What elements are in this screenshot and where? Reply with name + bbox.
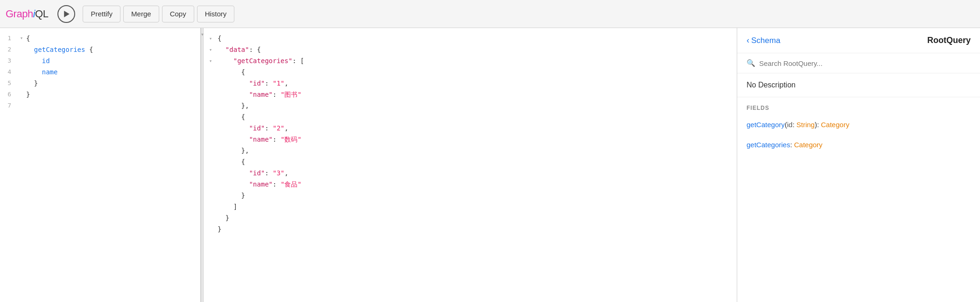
line-number: 7 bbox=[0, 101, 17, 111]
resp-line: ▾ "getCategories": [ bbox=[204, 55, 737, 66]
code-content: } bbox=[26, 89, 200, 100]
field-arg-id: id bbox=[787, 121, 793, 129]
resp-content: { bbox=[218, 112, 737, 122]
copy-button[interactable]: Copy bbox=[162, 6, 194, 22]
resp-content: } bbox=[218, 224, 737, 234]
code-line: 3 id bbox=[0, 55, 200, 66]
resp-gutter: ▾ bbox=[204, 44, 218, 55]
resp-gutter bbox=[204, 101, 218, 111]
resp-content: ] bbox=[218, 201, 737, 212]
query-editor-panel[interactable]: 1 ▾ { 2 getCategories { 3 id 4 name 5 } bbox=[0, 28, 201, 302]
resp-gutter bbox=[204, 67, 218, 77]
field-arg-type: String bbox=[797, 121, 815, 129]
resp-gutter bbox=[204, 123, 218, 133]
schema-field-get-categories[interactable]: getCategories: Category bbox=[737, 135, 980, 155]
toolbar: GraphiQL Prettify Merge Copy History bbox=[0, 0, 980, 28]
line-number: 6 bbox=[0, 89, 17, 100]
resp-line: "id": "1", bbox=[204, 78, 737, 89]
resp-line: { bbox=[204, 111, 737, 122]
resp-content: { bbox=[218, 33, 737, 43]
merge-button[interactable]: Merge bbox=[123, 6, 159, 22]
resp-line: } bbox=[204, 190, 737, 201]
resp-content: "id": "3", bbox=[218, 168, 737, 178]
resp-gutter bbox=[204, 213, 218, 223]
resp-gutter bbox=[204, 157, 218, 167]
resp-line: "name": "食品" bbox=[204, 179, 737, 190]
resp-content: "name": "食品" bbox=[218, 179, 737, 189]
app-logo: GraphiQL bbox=[6, 8, 48, 20]
schema-no-description: No Description bbox=[737, 73, 980, 97]
code-line: 6 } bbox=[0, 89, 200, 100]
schema-fields-label: FIELDS bbox=[737, 97, 980, 115]
chevron-left-icon: ‹ bbox=[747, 36, 749, 45]
field-return-type: Category bbox=[794, 141, 823, 149]
schema-field-get-category[interactable]: getCategory(id: String): Category bbox=[737, 115, 980, 135]
code-content bbox=[26, 101, 200, 111]
fold-gutter[interactable]: ▾ bbox=[17, 33, 26, 43]
resp-gutter bbox=[204, 89, 218, 100]
run-button[interactable] bbox=[57, 5, 75, 23]
schema-panel: ‹ Schema RootQuery 🔍 No Description FIEL… bbox=[737, 28, 980, 302]
resp-content: "name": "图书" bbox=[218, 89, 737, 100]
resp-gutter bbox=[204, 145, 218, 156]
code-content: { bbox=[26, 33, 200, 43]
resp-content: "id": "1", bbox=[218, 78, 737, 88]
code-line: 1 ▾ { bbox=[0, 33, 200, 44]
code-content: } bbox=[26, 78, 200, 88]
resp-content: "data": { bbox=[218, 44, 737, 55]
line-number: 4 bbox=[0, 67, 17, 77]
resp-content: } bbox=[218, 190, 737, 201]
schema-header: ‹ Schema RootQuery bbox=[737, 28, 980, 53]
resp-line: } bbox=[204, 212, 737, 223]
resp-gutter bbox=[204, 112, 218, 122]
schema-search-bar[interactable]: 🔍 bbox=[737, 53, 980, 73]
resp-gutter bbox=[204, 224, 218, 234]
search-icon: 🔍 bbox=[747, 59, 755, 67]
field-name: getCategory bbox=[747, 121, 785, 129]
resp-gutter bbox=[204, 78, 218, 88]
line-number: 5 bbox=[0, 78, 17, 88]
resp-line: ▾ { bbox=[204, 33, 737, 44]
resp-line: } bbox=[204, 223, 737, 235]
resp-line: { bbox=[204, 156, 737, 167]
resp-content: }, bbox=[218, 101, 737, 111]
line-number: 3 bbox=[0, 56, 17, 66]
resp-line: "name": "数码" bbox=[204, 134, 737, 145]
resp-gutter bbox=[204, 201, 218, 212]
resp-content: }, bbox=[218, 145, 737, 156]
resp-content: { bbox=[218, 67, 737, 77]
code-content: id bbox=[26, 56, 200, 66]
panel-divider[interactable] bbox=[201, 28, 204, 302]
resp-line: { bbox=[204, 66, 737, 78]
resp-gutter bbox=[204, 190, 218, 201]
resp-line: }, bbox=[204, 100, 737, 111]
schema-type-title: RootQuery bbox=[927, 36, 971, 45]
schema-search-input[interactable] bbox=[759, 59, 971, 67]
response-panel: ▾ { ▾ "data": { ▾ "getCategories": [ { "… bbox=[204, 28, 737, 302]
schema-back-button[interactable]: ‹ Schema bbox=[747, 36, 780, 45]
field-return-type: Category bbox=[821, 121, 849, 129]
history-button[interactable]: History bbox=[197, 6, 235, 22]
resp-content: "name": "数码" bbox=[218, 134, 737, 144]
resp-line: }, bbox=[204, 145, 737, 156]
resp-line: ▾ "data": { bbox=[204, 44, 737, 55]
resp-gutter: ▾ bbox=[204, 33, 218, 43]
resp-content: } bbox=[218, 213, 737, 223]
code-content: name bbox=[26, 67, 200, 77]
resp-gutter bbox=[204, 168, 218, 178]
resp-content: "getCategories": [ bbox=[218, 56, 737, 66]
resp-line: "id": "3", bbox=[204, 167, 737, 179]
line-number: 2 bbox=[0, 44, 17, 55]
resp-gutter: ▾ bbox=[204, 56, 218, 66]
field-name: getCategories bbox=[747, 141, 790, 149]
resp-gutter bbox=[204, 179, 218, 189]
prettify-button[interactable]: Prettify bbox=[83, 6, 120, 22]
resp-line: "name": "图书" bbox=[204, 89, 737, 100]
code-line: 4 name bbox=[0, 66, 200, 78]
code-line: 5 } bbox=[0, 78, 200, 89]
resp-gutter bbox=[204, 134, 218, 144]
code-content: getCategories { bbox=[26, 44, 200, 55]
schema-back-label: Schema bbox=[751, 36, 780, 45]
resp-content: { bbox=[218, 157, 737, 167]
resp-line: "id": "2", bbox=[204, 122, 737, 134]
